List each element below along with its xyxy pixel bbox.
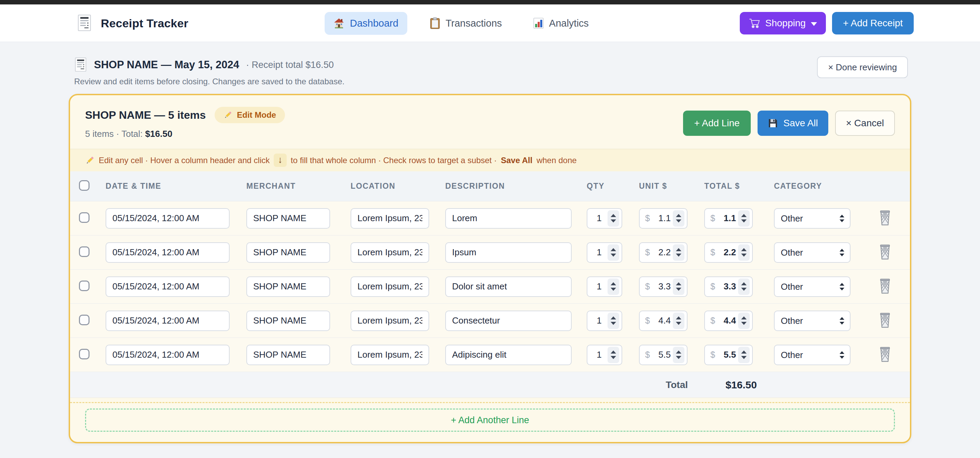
line-total-stepper[interactable] [738, 244, 750, 261]
line-total-stepper[interactable] [738, 347, 750, 363]
column-header-category[interactable]: CATEGORY [774, 182, 870, 191]
category-select[interactable]: Other [775, 282, 850, 292]
qty-input[interactable] [593, 349, 606, 360]
row-checkbox[interactable] [79, 315, 89, 325]
delete-row-button[interactable] [878, 209, 892, 227]
location-input[interactable] [351, 345, 429, 365]
line-total-input[interactable] [717, 349, 736, 360]
line-total-input[interactable] [717, 213, 736, 223]
merchant-input[interactable] [247, 208, 330, 229]
unit-price-input[interactable] [652, 349, 671, 360]
tab-label: Analytics [549, 18, 589, 29]
line-total-input[interactable] [717, 281, 736, 292]
tab-analytics[interactable]: Analytics [525, 12, 598, 35]
unit-price-input[interactable] [652, 213, 671, 223]
currency-symbol: $ [710, 350, 715, 360]
unit-price-stepper[interactable] [673, 210, 684, 227]
line-total-stepper[interactable] [738, 210, 750, 227]
unit-price-stepper[interactable] [673, 279, 684, 295]
unit-price-input[interactable] [652, 247, 671, 258]
category-dropdown-button[interactable]: Shopping [740, 12, 826, 35]
hint-text-1: Edit any cell · Hover a column header an… [99, 155, 270, 165]
floppy-disk-icon [768, 118, 778, 128]
qty-stepper[interactable] [608, 279, 619, 295]
panel-header: SHOP NAME — 5 items Edit Mode 5 items · … [70, 95, 910, 149]
line-total-stepper[interactable] [738, 279, 750, 295]
merchant-input[interactable] [247, 242, 330, 263]
row-checkbox[interactable] [79, 281, 89, 291]
column-header-qty[interactable]: QTY [587, 182, 639, 191]
column-header-datetime[interactable]: DATE & TIME [106, 182, 247, 191]
add-another-line-button[interactable]: + Add Another Line [85, 409, 895, 432]
line-total-input[interactable] [717, 315, 736, 326]
delete-row-button[interactable] [878, 346, 892, 363]
unit-price-input[interactable] [652, 281, 671, 292]
description-input[interactable] [445, 311, 572, 331]
page-title: SHOP NAME — May 15, 2024 [94, 59, 239, 71]
line-total-input[interactable] [717, 247, 736, 258]
column-header-location[interactable]: LOCATION [351, 182, 445, 191]
qty-input[interactable] [593, 281, 606, 292]
qty-input[interactable] [593, 213, 606, 223]
category-select[interactable]: Other [775, 316, 850, 326]
description-input[interactable] [445, 242, 572, 263]
datetime-input[interactable] [106, 276, 230, 297]
unit-price-input[interactable] [652, 315, 671, 326]
trash-icon [878, 209, 892, 226]
tab-label: Transactions [445, 18, 502, 29]
category-select-wrap: Other [774, 242, 851, 263]
add-line-button[interactable]: + Add Line [683, 111, 750, 136]
edit-mode-badge: Edit Mode [215, 107, 285, 123]
currency-symbol: $ [710, 282, 715, 292]
column-header-description[interactable]: DESCRIPTION [445, 182, 587, 191]
unit-price-stepper[interactable] [673, 244, 684, 261]
description-input[interactable] [445, 276, 572, 297]
qty-input[interactable] [593, 315, 606, 326]
row-checkbox[interactable] [79, 349, 89, 360]
merchant-input[interactable] [247, 311, 330, 331]
pencil-icon [85, 155, 95, 165]
qty-stepper[interactable] [608, 312, 619, 329]
location-input[interactable] [351, 311, 429, 331]
tab-dashboard[interactable]: Dashboard [325, 12, 407, 35]
unit-price-stepper[interactable] [673, 312, 684, 329]
category-select[interactable]: Other [775, 213, 850, 223]
qty-stepper[interactable] [608, 347, 619, 363]
category-select[interactable]: Other [775, 350, 850, 360]
category-select-wrap: Other [774, 345, 851, 365]
row-checkbox[interactable] [79, 246, 89, 257]
line-total-stepper[interactable] [738, 312, 750, 329]
description-input[interactable] [445, 345, 572, 365]
tab-label: Dashboard [350, 18, 398, 29]
datetime-input[interactable] [106, 345, 230, 365]
location-input[interactable] [351, 242, 429, 263]
qty-stepper[interactable] [608, 244, 619, 261]
qty-input[interactable] [593, 247, 606, 258]
done-reviewing-button[interactable]: × Done reviewing [817, 56, 908, 78]
delete-row-button[interactable] [878, 244, 892, 261]
save-all-button[interactable]: Save All [757, 111, 828, 136]
cancel-button[interactable]: × Cancel [835, 111, 895, 136]
column-header-unit[interactable]: UNIT $ [639, 182, 704, 191]
delete-row-button[interactable] [878, 278, 892, 295]
category-dropdown-label: Shopping [765, 18, 806, 29]
merchant-input[interactable] [247, 276, 330, 297]
merchant-input[interactable] [247, 345, 330, 365]
description-input[interactable] [445, 208, 572, 229]
unit-price-stepper[interactable] [673, 347, 684, 363]
hint-save-all: Save All [501, 155, 533, 165]
select-all-checkbox[interactable] [79, 180, 89, 191]
datetime-input[interactable] [106, 311, 230, 331]
column-header-total[interactable]: TOTAL $ [704, 182, 774, 191]
row-checkbox[interactable] [79, 212, 89, 223]
column-header-merchant[interactable]: MERCHANT [247, 182, 351, 191]
qty-stepper[interactable] [608, 210, 619, 227]
tab-transactions[interactable]: Transactions [421, 12, 511, 35]
datetime-input[interactable] [106, 242, 230, 263]
add-receipt-button[interactable]: + Add Receipt [832, 12, 914, 35]
location-input[interactable] [351, 276, 429, 297]
delete-row-button[interactable] [878, 312, 892, 329]
location-input[interactable] [351, 208, 429, 229]
datetime-input[interactable] [106, 208, 230, 229]
category-select[interactable]: Other [775, 247, 850, 258]
